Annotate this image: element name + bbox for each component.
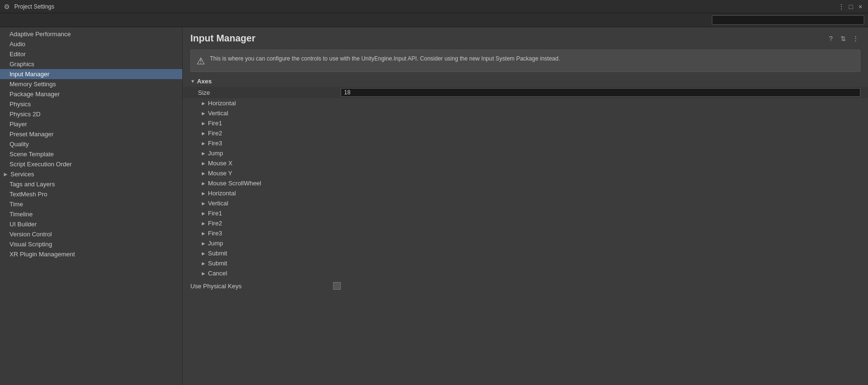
sidebar-item-quality[interactable]: Quality [0, 139, 182, 149]
axes-item-10[interactable]: ▶Vertical [183, 198, 868, 208]
sidebar-item-label: Quality [10, 141, 29, 148]
main-layout: Adaptive PerformanceAudioEditorGraphicsI… [0, 27, 868, 385]
titlebar-title: Project Settings [14, 3, 54, 10]
sidebar-item-label: Editor [10, 51, 26, 58]
axes-item-14[interactable]: ▶Jump [183, 238, 868, 248]
axes-item-arrow: ▶ [202, 101, 205, 106]
size-row: Size [183, 87, 868, 98]
axes-item-arrow: ▶ [202, 221, 205, 226]
axes-item-16[interactable]: ▶Submit [183, 258, 868, 268]
axes-collapse-arrow: ▼ [190, 79, 195, 84]
sidebar-item-scene-template[interactable]: Scene Template [0, 149, 182, 159]
axes-item-arrow: ▶ [202, 191, 205, 196]
axes-section-header[interactable]: ▼ Axes [183, 76, 868, 87]
axes-item-7[interactable]: ▶Mouse Y [183, 168, 868, 178]
axes-item-0[interactable]: ▶Horizontal [183, 98, 868, 108]
sidebar-item-tags-and-layers[interactable]: Tags and Layers [0, 179, 182, 189]
axes-item-2[interactable]: ▶Fire1 [183, 118, 868, 128]
sidebar-item-visual-scripting[interactable]: Visual Scripting [0, 239, 182, 249]
sidebar-item-time[interactable]: Time [0, 199, 182, 209]
axes-item-label: Fire3 [208, 140, 222, 147]
sidebar-item-services[interactable]: ▶Services [0, 169, 182, 179]
header-actions: ? ⇅ ⋮ [826, 34, 860, 43]
sidebar-item-label: Input Manager [10, 71, 49, 78]
sidebar-item-label: Visual Scripting [10, 241, 52, 248]
size-label: Size [198, 89, 341, 96]
sidebar-item-player[interactable]: Player [0, 119, 182, 129]
sidebar-item-label: Services [10, 171, 34, 178]
sidebar-item-label: Script Execution Order [10, 161, 72, 168]
axes-item-arrow: ▶ [202, 241, 205, 246]
sidebar-item-label: Package Manager [10, 91, 60, 98]
more-btn[interactable]: ⋮ [851, 34, 860, 43]
content-panel: Input Manager ? ⇅ ⋮ ⚠ This is where you … [183, 27, 868, 385]
axes-item-17[interactable]: ▶Cancel [183, 268, 868, 278]
use-physical-keys-checkbox[interactable] [333, 282, 341, 290]
axes-label: Axes [197, 78, 212, 85]
sidebar-item-graphics[interactable]: Graphics [0, 59, 182, 69]
axes-item-8[interactable]: ▶Mouse ScrollWheel [183, 178, 868, 188]
layout-btn[interactable]: ⇅ [838, 34, 848, 43]
warning-text: This is where you can configure the cont… [210, 55, 560, 63]
axes-item-label: Fire1 [208, 120, 222, 127]
axes-item-label: Mouse ScrollWheel [208, 180, 261, 187]
warning-box: ⚠ This is where you can configure the co… [190, 50, 860, 72]
titlebar: ⚙ Project Settings ⋮ □ × [0, 0, 868, 13]
sidebar-item-package-manager[interactable]: Package Manager [0, 89, 182, 99]
axes-item-arrow: ▶ [202, 211, 205, 216]
axes-items: ▶Horizontal▶Vertical▶Fire1▶Fire2▶Fire3▶J… [183, 98, 868, 278]
sidebar-item-timeline[interactable]: Timeline [0, 209, 182, 219]
sidebar-item-editor[interactable]: Editor [0, 49, 182, 59]
axes-item-12[interactable]: ▶Fire2 [183, 218, 868, 228]
axes-item-1[interactable]: ▶Vertical [183, 108, 868, 118]
axes-item-arrow: ▶ [202, 171, 205, 176]
sidebar-item-label: Graphics [10, 61, 34, 68]
axes-item-6[interactable]: ▶Mouse X [183, 158, 868, 168]
help-btn[interactable]: ? [826, 34, 836, 43]
use-physical-keys-label: Use Physical Keys [190, 283, 333, 290]
sidebar-item-textmesh-pro[interactable]: TextMesh Pro [0, 189, 182, 199]
sidebar-item-adaptive-performance[interactable]: Adaptive Performance [0, 29, 182, 39]
content-scroll[interactable]: ▼ Axes Size ▶Horizontal▶Vertical▶Fire1▶F… [183, 76, 868, 385]
close-btn[interactable]: × [857, 3, 864, 10]
sidebar-item-label: Adaptive Performance [10, 30, 71, 38]
search-input[interactable] [712, 15, 864, 25]
sidebar-item-label: Audio [10, 41, 25, 48]
axes-item-arrow: ▶ [202, 151, 205, 156]
sidebar-item-script-execution-order[interactable]: Script Execution Order [0, 159, 182, 169]
axes-item-arrow: ▶ [202, 261, 205, 266]
page-title: Input Manager [190, 33, 256, 44]
sidebar-item-audio[interactable]: Audio [0, 39, 182, 49]
axes-item-13[interactable]: ▶Fire3 [183, 228, 868, 238]
axes-item-11[interactable]: ▶Fire1 [183, 208, 868, 218]
sidebar-item-ui-builder[interactable]: UI Builder [0, 219, 182, 229]
sidebar-item-version-control[interactable]: Version Control [0, 229, 182, 239]
axes-item-label: Horizontal [208, 100, 236, 107]
axes-item-label: Horizontal [208, 190, 236, 197]
sidebar-item-label: XR Plugin Management [10, 251, 75, 258]
axes-item-arrow: ▶ [202, 141, 205, 146]
more-options-btn[interactable]: ⋮ [838, 3, 845, 10]
sidebar-item-physics[interactable]: Physics [0, 99, 182, 109]
axes-item-arrow: ▶ [202, 231, 205, 236]
axes-item-3[interactable]: ▶Fire2 [183, 128, 868, 138]
use-physical-keys-row: Use Physical Keys [183, 280, 868, 292]
size-value[interactable] [341, 88, 860, 97]
axes-item-arrow: ▶ [202, 121, 205, 126]
sidebar-item-label: Physics 2D [10, 111, 40, 118]
sidebar-item-xr-plugin-management[interactable]: XR Plugin Management [0, 249, 182, 259]
sidebar: Adaptive PerformanceAudioEditorGraphicsI… [0, 27, 183, 385]
content-header: Input Manager ? ⇅ ⋮ [183, 27, 868, 48]
restore-btn[interactable]: □ [847, 3, 855, 10]
sidebar-item-input-manager[interactable]: Input Manager [0, 69, 182, 79]
axes-item-arrow: ▶ [202, 251, 205, 256]
axes-item-5[interactable]: ▶Jump [183, 148, 868, 158]
sidebar-item-memory-settings[interactable]: Memory Settings [0, 79, 182, 89]
axes-item-4[interactable]: ▶Fire3 [183, 138, 868, 148]
axes-item-arrow: ▶ [202, 201, 205, 206]
sidebar-item-physics-2d[interactable]: Physics 2D [0, 109, 182, 119]
sidebar-item-label: Player [10, 121, 27, 128]
axes-item-9[interactable]: ▶Horizontal [183, 188, 868, 198]
sidebar-item-preset-manager[interactable]: Preset Manager [0, 129, 182, 139]
axes-item-15[interactable]: ▶Submit [183, 248, 868, 258]
